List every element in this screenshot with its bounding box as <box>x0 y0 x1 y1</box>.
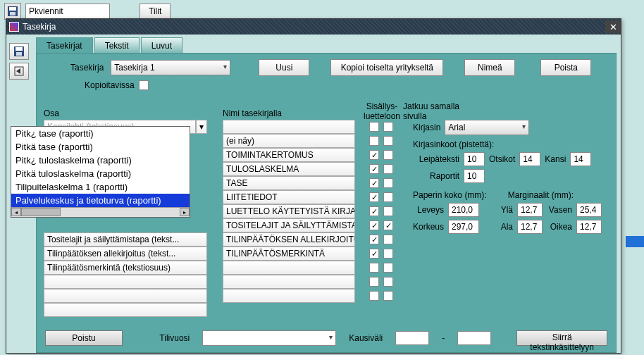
osa-item-12[interactable] <box>44 303 207 317</box>
osa-item-10[interactable] <box>44 275 207 289</box>
leveys-input[interactable] <box>448 203 479 217</box>
titlebar: Tasekirja ✕ <box>6 19 621 35</box>
floppy-icon <box>13 46 25 57</box>
scroll-thumb[interactable] <box>21 208 61 216</box>
oikea-input[interactable] <box>576 220 602 234</box>
sisallys-checkbox[interactable] <box>369 277 379 287</box>
uusi-button[interactable]: Uusi <box>259 59 309 76</box>
ala-input[interactable] <box>517 220 543 234</box>
toolbar-back-button[interactable] <box>9 63 29 80</box>
popup-item[interactable]: Pitkä tuloslaskelma (raportti) <box>11 167 190 180</box>
nimi-item[interactable]: TILINPÄÄTÖSMERKINTÄ <box>223 247 355 261</box>
kausivali-label: Kausiväli <box>349 333 383 343</box>
scroll-right-icon[interactable]: ▸ <box>180 208 190 216</box>
osa-item-7[interactable]: Tositelajit ja säilyttämistapa (tekst... <box>44 232 207 247</box>
jatkuu-checkbox[interactable] <box>383 178 393 188</box>
osa-item-11[interactable] <box>44 289 207 303</box>
jatkuu-checkbox[interactable] <box>383 164 393 174</box>
outer-combo[interactable]: Pkviennit <box>25 4 110 19</box>
tilivuosi-select[interactable] <box>202 330 336 346</box>
ala-label: Ala <box>495 222 513 232</box>
nimi-item[interactable]: TULOSLASKELMA <box>223 162 355 176</box>
jatkuu-checkbox[interactable] <box>383 235 393 244</box>
sisallys-checkbox[interactable] <box>369 263 379 273</box>
raportit-input[interactable] <box>464 169 485 183</box>
popup-item[interactable]: Palvelukeskus ja tietoturva (raportti) <box>11 194 190 207</box>
nimi-item[interactable] <box>223 261 355 275</box>
sisallys-checkbox[interactable] <box>369 150 379 160</box>
bottom-bar: Poistu Tilivuosi Kausiväli - Siirrä teks… <box>37 324 616 352</box>
sisallys-checkbox[interactable] <box>369 220 379 230</box>
nimi-item[interactable]: (ei näy) <box>223 134 355 148</box>
jatkuu-checkbox[interactable] <box>383 136 393 146</box>
jatkuu-checkbox[interactable] <box>383 220 393 230</box>
popup-scrollbar[interactable]: ◂ ▸ <box>11 207 190 217</box>
tab-tekstit[interactable]: Tekstit <box>94 37 140 54</box>
jatkuu-checkbox[interactable] <box>383 206 393 216</box>
nimi-item[interactable]: TOIMINTAKERTOMUS <box>223 148 355 162</box>
osa-item-8[interactable]: Tilinpäätöksen allekirjoitus (tekst... <box>44 247 207 261</box>
jatkuu-checkbox[interactable] <box>383 249 393 259</box>
sisallys-checkbox[interactable] <box>369 206 379 216</box>
tilit-button[interactable]: Tilit <box>140 4 171 19</box>
otsikot-input[interactable] <box>519 152 540 166</box>
nimi-item[interactable]: TOSITELAJIT JA SÄILYTTÄMISTAPA <box>223 218 355 232</box>
oikea-label: Oikea <box>547 222 572 232</box>
close-button[interactable]: ✕ <box>605 20 621 33</box>
toolbar-save-button[interactable] <box>9 43 29 60</box>
leveys-label: Leveys <box>413 205 444 215</box>
popup-item[interactable]: Pitk¿ tase (raportti) <box>11 127 190 140</box>
nimi-item[interactable]: TILINPÄÄTÖKSEN ALLEKIRJOITUS <box>223 232 355 247</box>
kopioitavissa-checkbox[interactable] <box>139 80 149 90</box>
poistu-button[interactable]: Poistu <box>45 330 123 346</box>
kirjasin-value: Arial <box>448 123 465 132</box>
tab-luvut[interactable]: Luvut <box>141 37 182 54</box>
kausi-to[interactable] <box>457 331 491 345</box>
sisallys-checkbox[interactable] <box>369 235 379 244</box>
tab-tasekirjat[interactable]: Tasekirjat <box>36 37 93 54</box>
jatkuu-checkbox[interactable] <box>383 291 393 301</box>
nimi-item[interactable] <box>223 275 355 289</box>
leipateksti-input[interactable] <box>464 152 485 166</box>
vasen-input[interactable] <box>576 203 602 217</box>
korkeus-input[interactable] <box>448 220 479 234</box>
nimi-item[interactable] <box>223 289 355 303</box>
sisallys-checkbox[interactable] <box>369 291 379 301</box>
sisallys-checkbox[interactable] <box>369 122 379 132</box>
jatkuu-checkbox[interactable] <box>383 122 393 132</box>
nimi-item[interactable] <box>223 120 355 134</box>
jatkuu-checkbox[interactable] <box>383 263 393 273</box>
nimi-item[interactable]: LIITETIEDOT <box>223 190 355 204</box>
kausi-from[interactable] <box>395 331 429 345</box>
jatkuu-checkbox[interactable] <box>383 150 393 160</box>
scroll-left-icon[interactable]: ◂ <box>11 208 21 216</box>
nimea-button[interactable]: Nimeä <box>464 59 515 76</box>
poista-button[interactable]: Poista <box>540 59 591 76</box>
col-osa: Osa <box>44 108 59 118</box>
kansi-input[interactable] <box>570 152 591 166</box>
sisallys-checkbox[interactable] <box>369 136 379 146</box>
siirra-button[interactable]: Siirrä tekstinkäsittelyyn <box>516 330 607 346</box>
jatkuu-checkbox[interactable] <box>383 277 393 287</box>
kopioitavissa-label: Kopioitavissa <box>85 80 135 90</box>
nimi-item[interactable]: TASE <box>223 176 355 190</box>
kirjasin-select[interactable]: Arial <box>445 120 529 135</box>
osa-item-9[interactable]: Tilinpäätösmerkintä (tekstiosuus) <box>44 261 207 275</box>
popup-item[interactable]: Pitk¿ tuloslaskelma (raportti) <box>11 154 190 167</box>
korkeus-label: Korkeus <box>413 222 444 232</box>
popup-item[interactable]: Tilipuitelaskelma 1 (raportti) <box>11 180 190 194</box>
nimi-item[interactable]: LUETTELO KÄYTETYISTÄ KIRJANPITOKIRJOISTA <box>223 204 355 218</box>
sisallys-checkbox[interactable] <box>369 178 379 188</box>
outer-combo-text: Pkviennit <box>29 6 63 16</box>
svg-rect-5 <box>16 52 22 56</box>
osa-dropdown-btn[interactable]: ▾ <box>196 120 207 134</box>
outer-save-button[interactable] <box>4 3 21 20</box>
kopioi-button[interactable]: Kopioi toiselta yritykseltä <box>330 59 443 76</box>
tasekirja-select[interactable]: Tasekirja 1 <box>111 60 230 75</box>
sisallys-checkbox[interactable] <box>369 249 379 259</box>
sisallys-checkbox[interactable] <box>369 192 379 202</box>
popup-item[interactable]: Pitkä tase (raportti) <box>11 140 190 154</box>
sisallys-checkbox[interactable] <box>369 164 379 174</box>
jatkuu-checkbox[interactable] <box>383 192 393 202</box>
yla-input[interactable] <box>517 203 543 217</box>
